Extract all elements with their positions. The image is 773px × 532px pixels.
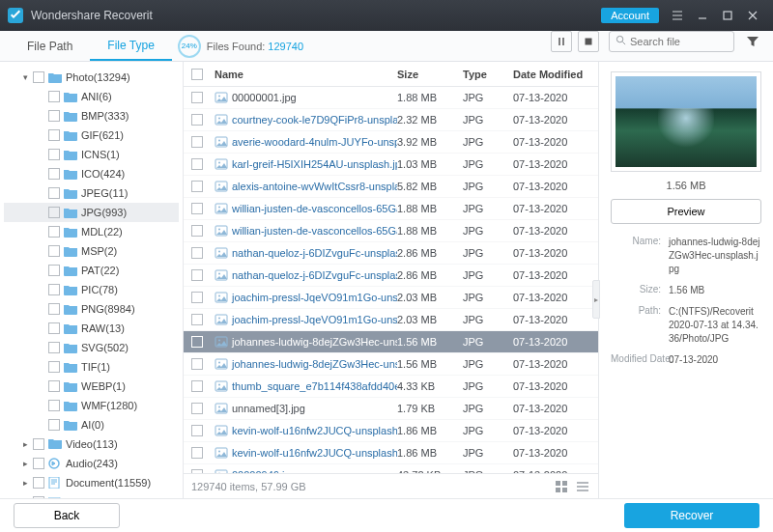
checkbox[interactable] bbox=[33, 71, 44, 83]
file-name-link[interactable]: willian-justen-de-vasconcellos-65Ga... bbox=[232, 203, 397, 214]
tree-node[interactable]: ▸Email(2) bbox=[4, 492, 179, 498]
tree-node[interactable]: ANI(6) bbox=[4, 87, 179, 106]
file-name-link[interactable]: kevin-wolf-u16nfw2JUCQ-unsplash.jpg bbox=[232, 425, 397, 436]
row-checkbox[interactable] bbox=[191, 358, 203, 370]
checkbox[interactable] bbox=[48, 322, 60, 334]
tree-node[interactable]: JPG(993) bbox=[4, 203, 179, 222]
file-row[interactable]: courtney-cook-le7D9QFiPr8-unsplash...2.3… bbox=[184, 109, 598, 131]
file-row[interactable]: willian-justen-de-vasconcellos-65Ga...1.… bbox=[184, 220, 598, 242]
checkbox[interactable] bbox=[33, 458, 44, 469]
col-name[interactable]: Name bbox=[211, 69, 397, 80]
file-row[interactable]: kevin-wolf-u16nfw2JUCQ-unsplash.jpg1.86 … bbox=[184, 442, 598, 464]
checkbox[interactable] bbox=[48, 400, 60, 411]
tree-node[interactable]: ICO(424) bbox=[4, 164, 179, 183]
file-row[interactable]: unnamed[3].jpg1.79 KBJPG07-13-2020 bbox=[184, 398, 598, 420]
file-row[interactable]: karl-greif-H5IXIH254AU-unsplash.jpg1.03 … bbox=[184, 154, 598, 176]
checkbox[interactable] bbox=[33, 496, 44, 498]
col-type[interactable]: Type bbox=[463, 69, 513, 80]
col-date[interactable]: Date Modified bbox=[513, 69, 598, 80]
tree-node[interactable]: TIF(1) bbox=[4, 357, 179, 377]
preview-button[interactable]: Preview bbox=[611, 199, 761, 224]
tab-file-type[interactable]: File Type bbox=[90, 31, 171, 61]
recover-button[interactable]: Recover bbox=[624, 503, 759, 528]
checkbox[interactable] bbox=[48, 303, 60, 315]
row-checkbox[interactable] bbox=[191, 114, 203, 126]
file-row[interactable]: willian-justen-de-vasconcellos-65Ga...1.… bbox=[184, 198, 598, 220]
file-row[interactable]: nathan-queloz-j-6DIZvguFc-unsplash...2.8… bbox=[184, 265, 598, 287]
menu-icon[interactable] bbox=[665, 3, 690, 28]
collapse-preview-handle[interactable]: ▸ bbox=[592, 280, 600, 319]
file-name-link[interactable]: johannes-ludwig-8dejZGw3Hec-unsp... bbox=[232, 358, 397, 370]
row-checkbox[interactable] bbox=[191, 158, 203, 170]
checkbox[interactable] bbox=[48, 226, 60, 238]
tree-node[interactable]: PNG(8984) bbox=[4, 299, 179, 319]
row-checkbox[interactable] bbox=[191, 292, 203, 303]
file-row[interactable]: alexis-antoine-wvWwItCssr8-unsplas...5.8… bbox=[184, 176, 598, 198]
tree-node[interactable]: JPEG(11) bbox=[4, 183, 179, 203]
maximize-icon[interactable] bbox=[715, 3, 740, 28]
checkbox[interactable] bbox=[48, 91, 60, 102]
tree-node[interactable]: AI(0) bbox=[4, 415, 179, 434]
file-row[interactable]: 00000001.jpg1.88 MBJPG07-13-2020 bbox=[184, 87, 598, 109]
checkbox[interactable] bbox=[48, 245, 60, 257]
checkbox[interactable] bbox=[33, 477, 44, 489]
row-checkbox[interactable] bbox=[191, 225, 203, 237]
file-row[interactable]: nathan-queloz-j-6DIZvguFc-unsplash...2.8… bbox=[184, 242, 598, 265]
expand-icon[interactable]: ▸ bbox=[23, 459, 33, 468]
account-button[interactable]: Account bbox=[601, 8, 659, 23]
file-name-link[interactable]: courtney-cook-le7D9QFiPr8-unsplash... bbox=[232, 114, 397, 126]
checkbox[interactable] bbox=[48, 419, 60, 431]
tree-node[interactable]: WEBP(1) bbox=[4, 377, 179, 396]
tree-node[interactable]: BMP(333) bbox=[4, 106, 179, 126]
tree-node[interactable]: MSP(2) bbox=[4, 241, 179, 261]
file-name-link[interactable]: nathan-queloz-j-6DIZvguFc-unsplash... bbox=[232, 247, 397, 259]
checkbox[interactable] bbox=[48, 265, 60, 276]
file-name-link[interactable]: karl-greif-H5IXIH254AU-unsplash.jpg bbox=[232, 158, 397, 170]
checkbox[interactable] bbox=[48, 110, 60, 122]
file-name-link[interactable]: alexis-antoine-wvWwItCssr8-unsplas... bbox=[232, 181, 397, 192]
checkbox[interactable] bbox=[48, 207, 60, 218]
file-row[interactable]: joachim-pressl-JqeVO91m1Go-unspl...2.03 … bbox=[184, 287, 598, 309]
tab-file-path[interactable]: File Path bbox=[10, 31, 90, 61]
row-checkbox[interactable] bbox=[191, 403, 203, 414]
checkbox[interactable] bbox=[48, 187, 60, 199]
checkbox[interactable] bbox=[48, 168, 60, 180]
file-rows[interactable]: 00000001.jpg1.88 MBJPG07-13-2020courtney… bbox=[184, 87, 598, 473]
checkbox[interactable] bbox=[48, 342, 60, 353]
row-checkbox[interactable] bbox=[191, 136, 203, 148]
search-input[interactable] bbox=[630, 36, 728, 47]
file-name-link[interactable]: kevin-wolf-u16nfw2JUCQ-unsplash.jpg bbox=[232, 447, 397, 459]
file-name-link[interactable]: willian-justen-de-vasconcellos-65Ga... bbox=[232, 225, 397, 237]
tree-node[interactable]: WMF(1280) bbox=[4, 396, 179, 415]
view-grid-icon[interactable] bbox=[554, 480, 569, 493]
sidebar-tree[interactable]: ▾ Photo(13294) ANI(6)BMP(333)GIF(621)ICN… bbox=[0, 62, 184, 498]
checkbox[interactable] bbox=[48, 149, 60, 160]
file-name-link[interactable]: thumb_square_e7b114f438afdd40e0... bbox=[232, 380, 397, 392]
file-name-link[interactable]: nathan-queloz-j-6DIZvguFc-unsplash... bbox=[232, 269, 397, 281]
tree-node[interactable]: ▸Audio(243) bbox=[4, 454, 179, 473]
tree-node[interactable]: SVG(502) bbox=[4, 338, 179, 357]
minimize-icon[interactable] bbox=[690, 3, 715, 28]
file-name-link[interactable]: johannes-ludwig-8dejZGw3Hec-unsp... bbox=[232, 336, 397, 348]
tree-node[interactable]: MDL(22) bbox=[4, 222, 179, 241]
file-name-link[interactable]: joachim-pressl-JqeVO91m1Go-unspl... bbox=[232, 292, 397, 303]
tree-node[interactable]: ▸Document(11559) bbox=[4, 473, 179, 492]
tree-node[interactable]: RAW(13) bbox=[4, 319, 179, 338]
tree-node[interactable]: GIF(621) bbox=[4, 126, 179, 145]
tree-node[interactable]: PIC(78) bbox=[4, 280, 179, 299]
file-row[interactable]: averie-woodard-4nulm-JUYFo-unspla...3.92… bbox=[184, 131, 598, 154]
checkbox[interactable] bbox=[48, 380, 60, 392]
tree-node-photo[interactable]: ▾ Photo(13294) bbox=[4, 68, 179, 87]
checkbox[interactable] bbox=[33, 438, 44, 450]
filter-icon[interactable] bbox=[742, 31, 763, 52]
view-list-icon[interactable] bbox=[575, 480, 590, 493]
file-row[interactable]: johannes-ludwig-8dejZGw3Hec-unsp...1.56 … bbox=[184, 353, 598, 376]
file-row[interactable]: kevin-wolf-u16nfw2JUCQ-unsplash.jpg1.86 … bbox=[184, 420, 598, 442]
row-checkbox[interactable] bbox=[191, 447, 203, 459]
row-checkbox[interactable] bbox=[191, 92, 203, 103]
row-checkbox[interactable] bbox=[191, 247, 203, 259]
file-row[interactable]: joachim-pressl-JqeVO91m1Go-unspl...2.03 … bbox=[184, 309, 598, 331]
row-checkbox[interactable] bbox=[191, 314, 203, 325]
expand-icon[interactable]: ▸ bbox=[23, 478, 33, 488]
file-row[interactable]: 00000946.jpg43.72 KBJPG07-13-2020 bbox=[184, 464, 598, 473]
